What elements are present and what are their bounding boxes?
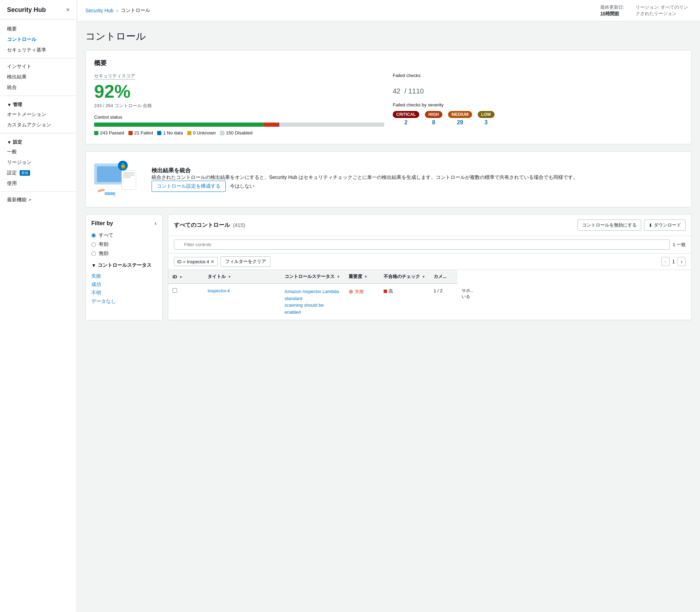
consolidation-text: 検出結果を統合 統合されたコントロールの検出結果をオンにすると、Security… xyxy=(152,167,578,192)
sidebar-item-findings[interactable]: 検出結果 xyxy=(0,72,77,82)
arrow-icon: ▼ xyxy=(7,102,12,107)
sidebar-item-security-standards[interactable]: セキュリティ基準 xyxy=(0,45,77,55)
sidebar-item-settings-new[interactable]: 設定 新規 xyxy=(0,168,77,178)
clear-filter-button[interactable]: フィルターをクリア xyxy=(220,256,271,267)
dismiss-button[interactable]: 今はしない xyxy=(230,183,254,189)
sidebar-item-controls[interactable]: コントロール xyxy=(0,34,77,45)
download-button[interactable]: ⬇ ダウンロード xyxy=(644,220,686,231)
sidebar-settings-label: ▼ 設定 xyxy=(0,136,77,147)
score-sub: 243 / 264 コントロール 合格 xyxy=(94,103,384,109)
table-title: すべてのコントロール (415) xyxy=(174,222,245,229)
th-status: コントロールステータス ▼ xyxy=(280,270,344,284)
table-header-bar: すべてのコントロール (415) コントロールを無効にする ⬇ ダウンロード xyxy=(168,215,691,236)
table-head: ID ▼ タイトル ▼ コントロールステータス ▼ xyxy=(168,270,691,284)
sidebar-nav: 概要 コントロール セキュリティ基準 インサイト 検出結果 統合 ▼ 管理 オー… xyxy=(0,20,77,209)
control-title-link[interactable]: Amazon Inspector Lambda standardscanning… xyxy=(285,289,339,315)
pagination-prev-button[interactable]: ‹ xyxy=(662,257,670,266)
filter-link-nodata[interactable]: データなし xyxy=(91,297,156,306)
progress-passed xyxy=(94,123,264,127)
chip-close-button[interactable]: ✕ xyxy=(210,259,215,264)
topbar: Security Hub › コントロール 最終更新日: 15時間前 リージョン… xyxy=(77,0,700,21)
filter-chips-row: ID = Inspector.4 ✕ フィルターをクリア ‹ 1 › xyxy=(168,253,691,270)
radio-disabled-input[interactable] xyxy=(91,251,96,256)
main-content: Security Hub › コントロール 最終更新日: 15時間前 リージョン… xyxy=(77,0,700,612)
badge-critical: CRITICAL xyxy=(393,111,419,118)
th-checks: 不合格のチェック ▼ xyxy=(379,270,430,284)
filter-link-success[interactable]: 成功 xyxy=(91,280,156,289)
filter-status-section-title: ▼ コントロールステータス xyxy=(91,262,156,269)
severity-badges: CRITICAL 2 HIGH 8 MEDIUM 29 LOW xyxy=(393,111,683,126)
sidebar-item-custom-actions[interactable]: カスタムアクション xyxy=(0,120,77,130)
radio-all[interactable]: すべて xyxy=(91,232,156,238)
legend-nodata: 1 No data xyxy=(157,130,183,135)
severity-count-critical[interactable]: 2 xyxy=(405,119,408,126)
legend-failed: 21 Failed xyxy=(128,130,153,135)
severity-label: Failed checks by severity xyxy=(393,102,683,107)
status-badge: ⊗ 失敗 xyxy=(349,288,375,295)
search-bar: 🔍 1 一致 xyxy=(168,236,691,253)
sidebar-item-integration[interactable]: 統合 xyxy=(0,82,77,93)
breadcrumb: Security Hub › コントロール xyxy=(85,7,150,14)
disable-button[interactable]: コントロールを無効にする xyxy=(578,220,641,231)
legend-unknown: 0 Unknown xyxy=(187,130,216,135)
radio-enabled[interactable]: 有効 xyxy=(91,241,156,248)
table-actions: コントロールを無効にする ⬇ ダウンロード xyxy=(578,220,686,231)
th-id: ID ▼ xyxy=(168,270,203,284)
failed-checks-value: 42 / 1110 xyxy=(393,81,683,97)
filter-link-unknown[interactable]: 不明 xyxy=(91,289,156,297)
sidebar-divider-2 xyxy=(0,96,77,96)
severity-count-low[interactable]: 3 xyxy=(484,119,488,126)
cell-checkbox-id xyxy=(168,284,203,320)
control-status-label: Control status xyxy=(94,114,384,120)
severity-count-high[interactable]: 8 xyxy=(432,119,435,126)
sidebar: Security Hub × 概要 コントロール セキュリティ基準 インサイト … xyxy=(0,0,77,612)
control-id-link[interactable]: Inspector.4 xyxy=(208,288,230,293)
breadcrumb-home-link[interactable]: Security Hub xyxy=(85,8,113,13)
configure-button[interactable]: コントロール設定を構成する xyxy=(152,181,226,192)
sidebar-item-overview[interactable]: 概要 xyxy=(0,24,77,34)
sidebar-item-usage[interactable]: 使用 xyxy=(0,178,77,189)
consolidation-actions: コントロール設定を構成する 今はしない xyxy=(152,181,578,192)
sidebar-divider-3 xyxy=(0,133,77,133)
last-updated: 最終更新日: 15時間前 xyxy=(600,4,624,17)
table-body: Inspector.4 Amazon Inspector Lambda stan… xyxy=(168,284,691,320)
table-panel: すべてのコントロール (415) コントロールを無効にする ⬇ ダウンロード xyxy=(168,214,692,320)
table-row: Inspector.4 Amazon Inspector Lambda stan… xyxy=(168,284,691,320)
sidebar-item-insights[interactable]: インサイト xyxy=(0,61,77,72)
sidebar-title: Security Hub xyxy=(7,6,46,14)
progress-bar xyxy=(94,123,384,127)
badge-high: HIGH xyxy=(425,111,442,118)
sort-icon-severity[interactable]: ▼ xyxy=(364,275,368,279)
filter-header: Filter by ‹ xyxy=(91,220,156,227)
sort-icon-title[interactable]: ▼ xyxy=(228,275,231,279)
sidebar-item-automation[interactable]: オートメーション xyxy=(0,109,77,120)
radio-disabled[interactable]: 無効 xyxy=(91,250,156,257)
sidebar-item-general[interactable]: 一般 xyxy=(0,147,77,157)
filter-collapse-button[interactable]: ‹ xyxy=(155,220,156,227)
sidebar-divider-1 xyxy=(0,58,77,58)
table-wrapper: ID ▼ タイトル ▼ コントロールステータス ▼ xyxy=(168,270,691,320)
overview-grid: セキュリティスコア 92% 243 / 264 コントロール 合格 Contro… xyxy=(94,73,683,135)
severity-count-medium[interactable]: 29 xyxy=(457,119,463,126)
pagination-next-button[interactable]: › xyxy=(678,257,686,266)
failed-checks-label: Failed checks xyxy=(393,73,683,78)
overview-card-title: 概要 xyxy=(94,59,683,67)
sidebar-item-latest-features[interactable]: 最新機能 ↗ xyxy=(0,195,77,205)
sort-icon-status[interactable]: ▼ xyxy=(337,275,340,279)
radio-enabled-input[interactable] xyxy=(91,242,96,247)
arrow-icon-settings: ▼ xyxy=(7,140,12,145)
sidebar-close-button[interactable]: × xyxy=(66,6,70,14)
sort-icon-id[interactable]: ▼ xyxy=(179,275,183,279)
row-checkbox[interactable] xyxy=(173,288,177,293)
radio-all-input[interactable] xyxy=(91,233,96,238)
cell-id: Inspector.4 xyxy=(203,284,280,320)
search-input[interactable] xyxy=(174,239,670,250)
legend-dot-failed xyxy=(128,131,133,135)
legend: 243 Passed 21 Failed 1 No data 0 Un xyxy=(94,130,384,135)
sidebar-item-regions[interactable]: リージョン xyxy=(0,157,77,168)
consolidation-title: 検出結果を統合 xyxy=(152,167,578,174)
legend-disabled: 150 Disabled xyxy=(220,130,253,135)
severity-dot xyxy=(384,290,387,293)
sort-icon-checks[interactable]: ▼ xyxy=(422,275,425,279)
filter-link-failed[interactable]: 失敗 xyxy=(91,272,156,280)
